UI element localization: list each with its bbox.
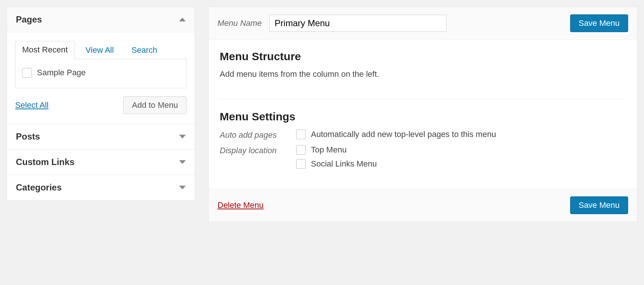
- display-location-option[interactable]: Top Menu: [296, 145, 377, 155]
- accordion-pages-title: Pages: [16, 14, 42, 25]
- menu-editor-body: Menu Structure Add menu items from the c…: [209, 40, 637, 189]
- tab-search[interactable]: Search: [124, 41, 164, 59]
- tab-view-all[interactable]: View All: [79, 41, 121, 59]
- auto-add-pages-option[interactable]: Automatically add new top-level pages to…: [296, 130, 496, 139]
- menu-settings-heading: Menu Settings: [220, 110, 626, 123]
- chevron-up-icon: [179, 18, 186, 21]
- chevron-down-icon: [179, 135, 186, 138]
- auto-add-pages-option-label: Automatically add new top-level pages to…: [311, 130, 496, 139]
- accordion-pages: Pages Most Recent View All Search Sample…: [7, 7, 195, 124]
- menu-source-sidebar: Pages Most Recent View All Search Sample…: [7, 7, 195, 200]
- accordion-custom-links: Custom Links: [7, 150, 195, 175]
- menu-name-row: Menu Name: [217, 15, 446, 32]
- pages-tab-content: Sample Page: [15, 59, 186, 88]
- page-item-row[interactable]: Sample Page: [22, 68, 179, 78]
- display-location-label: Display location: [220, 145, 288, 155]
- accordion-custom-links-title: Custom Links: [16, 157, 75, 167]
- select-all-link[interactable]: Select All: [15, 100, 49, 110]
- accordion-custom-links-header[interactable]: Custom Links: [7, 150, 195, 175]
- accordion-categories-header[interactable]: Categories: [7, 175, 195, 200]
- chevron-down-icon: [179, 160, 186, 164]
- accordion-pages-body: Most Recent View All Search Sample Page …: [7, 32, 195, 124]
- save-menu-button-bottom[interactable]: Save Menu: [570, 196, 628, 214]
- menu-name-label: Menu Name: [217, 18, 262, 28]
- menu-editor-footer: Delete Menu Save Menu: [209, 189, 637, 222]
- auto-add-pages-checkbox[interactable]: [296, 130, 306, 139]
- accordion-categories: Categories: [7, 175, 195, 200]
- page-item-label: Sample Page: [37, 68, 86, 78]
- delete-menu-link[interactable]: Delete Menu: [217, 200, 264, 210]
- display-location-row: Display location Top Menu Social Links M…: [220, 145, 626, 169]
- menu-editor-header: Menu Name Save Menu: [209, 7, 637, 40]
- location-option-label: Social Links Menu: [311, 159, 377, 169]
- location-top-menu-checkbox[interactable]: [296, 145, 306, 155]
- menu-editor-panel: Menu Name Save Menu Menu Structure Add m…: [208, 7, 637, 222]
- chevron-down-icon: [179, 186, 186, 189]
- section-separator: [220, 99, 626, 99]
- accordion-posts: Posts: [7, 124, 195, 150]
- location-option-label: Top Menu: [311, 145, 347, 155]
- tab-most-recent[interactable]: Most Recent: [15, 41, 75, 59]
- menu-structure-description: Add menu items from the column on the le…: [220, 69, 626, 79]
- auto-add-pages-label: Auto add pages: [220, 130, 288, 140]
- accordion-posts-header[interactable]: Posts: [7, 124, 195, 149]
- pages-panel-actions: Select All Add to Menu: [15, 96, 186, 114]
- accordion-pages-header[interactable]: Pages: [7, 7, 195, 32]
- display-location-option[interactable]: Social Links Menu: [296, 159, 377, 169]
- accordion-categories-title: Categories: [16, 182, 62, 193]
- menu-name-input[interactable]: [269, 15, 446, 32]
- accordion-posts-title: Posts: [16, 131, 40, 142]
- page-item-checkbox[interactable]: [22, 68, 32, 78]
- auto-add-pages-row: Auto add pages Automatically add new top…: [220, 130, 626, 140]
- menu-structure-heading: Menu Structure: [220, 50, 626, 63]
- save-menu-button-top[interactable]: Save Menu: [570, 14, 628, 32]
- pages-tabstrip: Most Recent View All Search: [15, 41, 186, 59]
- add-to-menu-button[interactable]: Add to Menu: [123, 96, 186, 114]
- location-social-links-checkbox[interactable]: [296, 159, 306, 169]
